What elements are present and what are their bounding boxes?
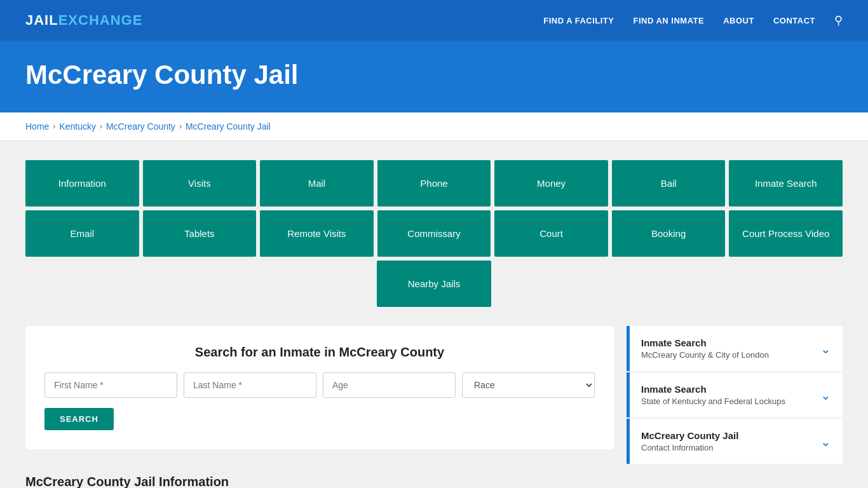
logo: JAIL EXCHANGE (25, 12, 142, 29)
race-select[interactable]: Race White Black Hispanic Asian Other (462, 372, 595, 398)
chevron-down-icon-1: ⌄ (820, 388, 831, 403)
nav-find-facility[interactable]: FIND A FACILITY (543, 16, 614, 25)
hero-section: McCreary County Jail (0, 41, 868, 112)
page-title: McCreary County Jail (25, 60, 843, 90)
sidebar-item-0[interactable]: Inmate Search McCreary County & City of … (627, 326, 843, 371)
btn-money[interactable]: Money (494, 160, 608, 207)
breadcrumb-sep-1: › (53, 122, 55, 131)
breadcrumb-kentucky[interactable]: Kentucky (59, 121, 96, 132)
sidebar: Inmate Search McCreary County & City of … (627, 326, 843, 488)
breadcrumb-bar: Home › Kentucky › McCreary County › McCr… (0, 112, 868, 141)
content-area: Search for an Inmate in McCreary County … (25, 326, 843, 488)
chevron-down-icon-2: ⌄ (820, 434, 831, 449)
inmate-search-box: Search for an Inmate in McCreary County … (25, 326, 614, 449)
sidebar-item-1[interactable]: Inmate Search State of Kentucky and Fede… (627, 372, 843, 417)
buttons-row1: Information Visits Mail Phone Money Bail… (25, 160, 843, 207)
nav-about[interactable]: ABOUT (723, 16, 754, 25)
sidebar-sub-2: Contact Information (641, 443, 738, 452)
breadcrumb-home[interactable]: Home (25, 121, 49, 132)
search-icon[interactable]: ⚲ (834, 13, 843, 27)
chevron-down-icon-0: ⌄ (820, 341, 831, 356)
btn-bail[interactable]: Bail (612, 160, 726, 207)
sidebar-label-0: Inmate Search (641, 337, 769, 348)
last-name-input[interactable] (184, 372, 316, 398)
breadcrumb: Home › Kentucky › McCreary County › McCr… (25, 121, 843, 132)
breadcrumb-sep-2: › (100, 122, 102, 131)
buttons-row3: Nearby Jails (25, 261, 843, 307)
breadcrumb-current: McCreary County Jail (186, 121, 271, 132)
btn-nearby-jails[interactable]: Nearby Jails (377, 261, 491, 307)
section-title: McCreary County Jail Information (25, 475, 614, 488)
logo-exchange: EXCHANGE (58, 12, 143, 29)
btn-commissary[interactable]: Commissary (377, 210, 491, 257)
search-button[interactable]: SEARCH (44, 408, 114, 430)
search-box-title: Search for an Inmate in McCreary County (44, 345, 595, 360)
btn-tablets[interactable]: Tablets (143, 210, 257, 257)
sidebar-sub-1: State of Kentucky and Federal Lockups (641, 396, 785, 406)
btn-information[interactable]: Information (25, 160, 139, 207)
buttons-row2: Email Tablets Remote Visits Commissary C… (25, 210, 843, 257)
btn-court-process-video[interactable]: Court Process Video (729, 210, 843, 257)
age-input[interactable] (323, 372, 456, 398)
sidebar-label-2: McCreary County Jail (641, 430, 738, 441)
nav-find-inmate[interactable]: FIND AN INMATE (633, 16, 704, 25)
search-inputs: Race White Black Hispanic Asian Other (44, 372, 595, 398)
bottom-section: McCreary County Jail Information (25, 475, 614, 488)
main-content: Information Visits Mail Phone Money Bail… (0, 141, 868, 488)
header: JAIL EXCHANGE FIND A FACILITY FIND AN IN… (0, 0, 868, 41)
btn-mail[interactable]: Mail (260, 160, 374, 207)
first-name-input[interactable] (44, 372, 177, 398)
sidebar-sub-0: McCreary County & City of London (641, 350, 769, 360)
btn-inmate-search[interactable]: Inmate Search (729, 160, 843, 207)
sidebar-label-1: Inmate Search (641, 384, 785, 395)
btn-remote-visits[interactable]: Remote Visits (260, 210, 374, 257)
btn-phone[interactable]: Phone (377, 160, 491, 207)
btn-visits[interactable]: Visits (143, 160, 257, 207)
btn-booking[interactable]: Booking (612, 210, 726, 257)
sidebar-item-2[interactable]: McCreary County Jail Contact Information… (627, 419, 843, 464)
main-nav: FIND A FACILITY FIND AN INMATE ABOUT CON… (543, 13, 843, 27)
btn-court[interactable]: Court (494, 210, 608, 257)
nav-contact[interactable]: CONTACT (773, 16, 815, 25)
breadcrumb-sep-3: › (179, 122, 182, 131)
breadcrumb-mccreary-county[interactable]: McCreary County (106, 121, 175, 132)
btn-email[interactable]: Email (25, 210, 139, 257)
logo-jail: JAIL (25, 12, 58, 29)
